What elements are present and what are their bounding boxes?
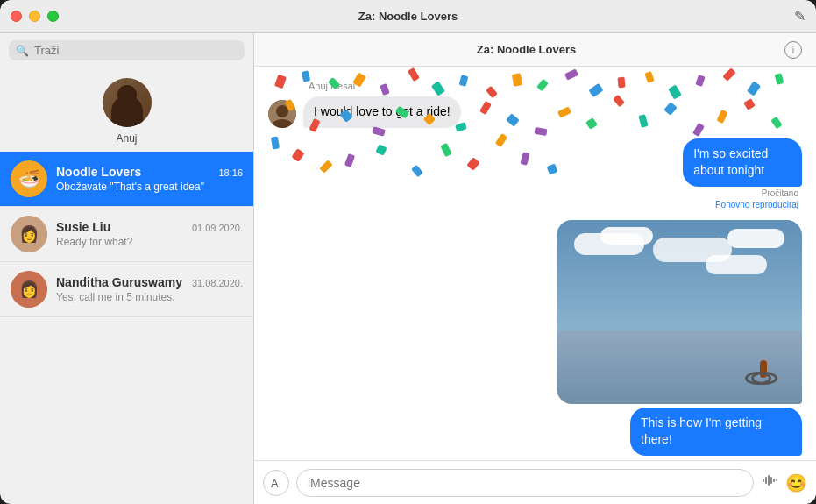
- svg-rect-11: [773, 479, 775, 482]
- confetti-piece: [564, 68, 578, 80]
- message-bubble: I'm so excited about tonight: [683, 138, 802, 187]
- message-group: Anuj Desai I would love to get a ride!: [268, 81, 802, 128]
- conv-info: Noodle Lovers 18:16 Obožavate "That's a …: [56, 165, 243, 193]
- search-wrapper[interactable]: 🔍: [9, 40, 245, 60]
- svg-rect-8: [765, 477, 767, 484]
- conv-time: 18:16: [218, 167, 243, 178]
- minimize-button[interactable]: [29, 11, 40, 22]
- sidebar: 🔍 Anuj 🍜 Noodle Lovers 18:1: [0, 33, 254, 504]
- conversation-item[interactable]: 👩 Susie Liu 01.09.2020. Ready for what?: [0, 207, 253, 262]
- emoji-button[interactable]: 😊: [785, 472, 807, 493]
- confetti-piece: [722, 67, 736, 82]
- svg-rect-12: [776, 479, 777, 481]
- conversation-item[interactable]: 🍜 Noodle Lovers 18:16 Obožavate "That's …: [0, 152, 253, 207]
- message-group: I'm so excited about tonight Pročitano P…: [268, 138, 802, 209]
- conv-preview: Ready for what?: [56, 236, 243, 248]
- cloud: [727, 229, 784, 248]
- message-bubble: This is how I'm getting there!: [630, 408, 802, 456]
- conv-avatar: 👩: [11, 216, 47, 252]
- conv-header: Nanditha Guruswamy 31.08.2020.: [56, 275, 243, 289]
- conv-time: 01.09.2020.: [192, 223, 243, 233]
- conv-name: Noodle Lovers: [56, 165, 141, 179]
- conversation-list: 🍜 Noodle Lovers 18:16 Obožavate "That's …: [0, 152, 253, 504]
- window-title: Za: Noodle Lovers: [358, 10, 458, 23]
- person-bicycle: [751, 360, 758, 378]
- compose-button[interactable]: ✎: [794, 8, 805, 25]
- info-button[interactable]: i: [784, 41, 802, 59]
- noodle-icon: 🍜: [18, 168, 40, 189]
- close-button[interactable]: [11, 11, 22, 22]
- pinned-name: Anuj: [116, 132, 137, 145]
- svg-rect-10: [770, 477, 772, 484]
- nanditha-avatar-face: 👩: [11, 271, 47, 308]
- conv-preview: Yes, call me in 5 minutes.: [56, 291, 243, 303]
- chat-input-bar: A 😊: [254, 460, 816, 504]
- svg-rect-9: [768, 475, 770, 486]
- messages-container: Anuj Desai I would love to get a ride!: [254, 67, 816, 460]
- conv-preview: Obožavate "That's a great idea": [56, 181, 243, 193]
- sender-name: Anuj Desai: [309, 81, 802, 91]
- maximize-button[interactable]: [47, 11, 59, 22]
- app-window: Za: Noodle Lovers ✎ 🔍 Anuj 🍜: [0, 0, 816, 504]
- waveform-icon: [761, 472, 778, 489]
- conv-name: Susie Liu: [56, 220, 110, 234]
- pinned-contact[interactable]: Anuj: [0, 67, 253, 152]
- replay-button[interactable]: Ponovno reproduciraj: [715, 200, 798, 209]
- chat-header: Za: Noodle Lovers i: [254, 33, 816, 67]
- conv-avatar: 👩: [11, 271, 47, 308]
- main-content: 🔍 Anuj 🍜 Noodle Lovers 18:1: [0, 33, 816, 504]
- message-row-photo: This is how I'm getting there!: [557, 220, 802, 456]
- conv-info: Nanditha Guruswamy 31.08.2020. Yes, call…: [56, 275, 243, 303]
- conv-info: Susie Liu 01.09.2020. Ready for what?: [56, 220, 243, 248]
- confetti-piece: [372, 126, 386, 136]
- conversation-item[interactable]: 👩 Nanditha Guruswamy 31.08.2020. Yes, ca…: [0, 262, 253, 317]
- photo-content: [557, 220, 802, 404]
- message-group: This is how I'm getting there!: [268, 220, 802, 456]
- chat-title: Za: Noodle Lovers: [477, 43, 576, 56]
- conv-header: Noodle Lovers 18:16: [56, 165, 243, 179]
- conv-avatar: 🍜: [11, 160, 47, 197]
- susie-avatar-face: 👩: [11, 216, 47, 252]
- app-store-icon: A: [269, 476, 283, 490]
- message-bubble: I would love to get a ride!: [303, 96, 461, 128]
- search-bar: 🔍: [0, 33, 253, 67]
- outgoing-meta: I'm so excited about tonight Pročitano P…: [632, 138, 802, 209]
- photo-message[interactable]: [557, 220, 802, 404]
- svg-point-1: [276, 105, 288, 117]
- cloud: [706, 255, 767, 274]
- traffic-lights: [11, 11, 59, 22]
- delivery-status: Pročitano: [762, 188, 798, 198]
- cloud: [600, 227, 653, 245]
- message-row: I would love to get a ride!: [268, 96, 802, 128]
- chat-area: Za: Noodle Lovers i Anuj Desai: [254, 33, 816, 504]
- message-avatar: [268, 100, 296, 128]
- conv-time: 31.08.2020.: [192, 278, 243, 288]
- search-icon: 🔍: [16, 45, 29, 57]
- svg-text:A: A: [271, 477, 279, 490]
- svg-rect-7: [763, 479, 764, 482]
- conv-header: Susie Liu 01.09.2020.: [56, 220, 243, 234]
- message-row: I'm so excited about tonight Pročitano P…: [632, 138, 802, 209]
- pinned-avatar: [103, 78, 152, 127]
- titlebar: Za: Noodle Lovers ✎: [0, 0, 816, 33]
- conv-name: Nanditha Guruswamy: [56, 275, 182, 289]
- search-input[interactable]: [34, 44, 238, 57]
- confetti-piece: [534, 127, 547, 136]
- confetti-piece: [408, 67, 420, 82]
- message-input[interactable]: [296, 469, 754, 497]
- audio-input-button[interactable]: [761, 472, 778, 493]
- app-store-button[interactable]: A: [263, 470, 289, 496]
